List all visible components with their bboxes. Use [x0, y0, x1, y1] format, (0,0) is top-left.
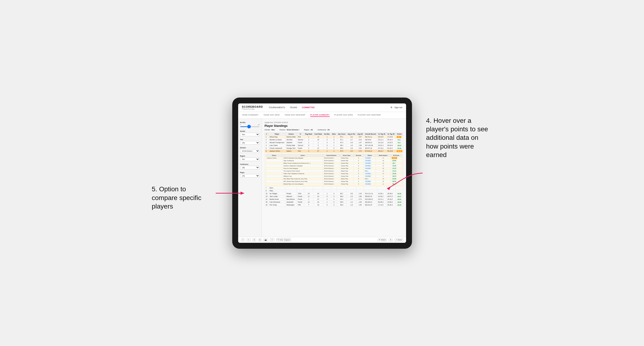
list-item: Wake Forest Invitational at Pinehurst No… [266, 162, 402, 164]
points-badge[interactable]: 60.02 [396, 198, 402, 200]
share-icon: ↗ [396, 239, 397, 241]
list-item: Jackson Kohon UNCW Seahawk Intercollegia… [266, 157, 402, 159]
toolbar-left: ↩ ↪ ⬇ ⧉ 📷 🕐 👁 View: Original [241, 238, 291, 242]
sidebar: No Rds. 4 52 Gender Men Women [238, 119, 262, 237]
list-item: Tiger Invitational NCAA Division I Strok… [266, 159, 402, 162]
nav-links: TOURNAMENTS TEAMS COMMITTEE [269, 106, 314, 109]
annotation-right: 4. Hover over a player's points to see a… [426, 116, 492, 160]
nav-left: SCOREBOARD Powered by clipp TOURNAMENTS … [242, 105, 315, 110]
update-time: Update time: 27/01/2024 16:56:26 [265, 122, 403, 123]
player-label: Player [240, 172, 260, 173]
col-conf-rank: Conf Rank [313, 133, 323, 135]
points-badge-highlighted[interactable]: 88.18 [396, 150, 402, 152]
division-select[interactable]: NCAA Division I [240, 149, 260, 153]
division-label: Division [240, 147, 260, 149]
year-select[interactable]: (All) [240, 141, 260, 145]
event-col-status: Status [364, 154, 376, 157]
toolbar-right: 👁 Watch ⬇ ↗ Share [378, 238, 403, 242]
event-col-player: Player [266, 154, 282, 157]
list-item: The Cypress Point Classic NCAA Division … [266, 170, 402, 172]
points-badge[interactable]: 80.49 [396, 147, 402, 149]
sidebar-division: Division NCAA Division I [240, 147, 260, 153]
table-row-highlighted: 6 Jackson Kohon Auburn First 2 27 1 1 67… [265, 150, 403, 152]
points-badge[interactable]: 88.54 [396, 145, 402, 147]
filter-division: Division: NCAA Division I [280, 129, 299, 131]
gender-select[interactable]: Men Women [240, 133, 260, 136]
sidebar-conference: Conference (All) [240, 164, 260, 169]
no-rds-label: No Rds. [240, 122, 260, 123]
clock-btn[interactable]: 🕐 [270, 238, 274, 242]
copy-btn[interactable]: ⧉ [258, 238, 262, 242]
list-item: SEC Stroke Play hosted by Jerry Pate NCA… [266, 180, 402, 182]
download2-btn[interactable]: ⬇ [389, 238, 392, 242]
region-label: Region [240, 155, 260, 157]
col-vs50: Vs Top 50 [386, 133, 396, 135]
nav-committee[interactable]: COMMITTEE [302, 106, 314, 109]
points-badge[interactable]: 88.2 [396, 136, 401, 138]
event-table: Player Event Event Division Event Type R… [266, 154, 402, 185]
col-avg-sg: Avg SG [356, 133, 364, 135]
table-row: 25 Cole Sherwood Vanderbilt Fourth 12 23… [265, 200, 403, 203]
svg-marker-1 [240, 191, 244, 195]
table-row: 5 Christo Lamprecht Georgia Tech Fourth … [265, 147, 403, 150]
event-col-rounds: Rounds [353, 154, 364, 157]
points-badge[interactable]: 70.2 [396, 142, 401, 144]
eye-icon: 👁 [278, 239, 279, 241]
sign-out-link[interactable]: Sign out [394, 106, 402, 109]
conference-select[interactable]: (All) [240, 166, 260, 169]
undo-btn[interactable]: ↩ [241, 238, 245, 242]
sub-nav: TEAM SUMMARY TEAM H2H GRID TEAM H2H HEAT… [238, 112, 406, 119]
sub-nav-team-summary[interactable]: TEAM SUMMARY [242, 113, 259, 117]
sub-nav-team-h2h-heatmap[interactable]: TEAM H2H HEATMAP [284, 113, 306, 117]
points-badge[interactable]: 59.95 [396, 201, 402, 203]
nav-tournaments[interactable]: TOURNAMENTS [269, 106, 285, 109]
conference-label: Conference [240, 164, 260, 165]
col-rds: No Rds. [323, 133, 331, 135]
list-item: Mirabel Maui Jim Intercollegiate NCAA Di… [266, 182, 402, 185]
sub-nav-player-h2h-grid[interactable]: PLAYER H2H GRID [334, 113, 353, 117]
sidebar-gender: Gender Men Women [240, 130, 260, 136]
event-col-rank: Rank Impact [376, 154, 390, 157]
camera-btn[interactable]: 📷 [264, 238, 268, 242]
arrow-left-svg [213, 186, 251, 200]
event-col-type: Event Type [340, 154, 353, 157]
watch-btn[interactable]: 👁 Watch [378, 238, 387, 242]
event-col-division: Event Division [323, 154, 340, 157]
gender-label: Gender [240, 130, 260, 132]
sub-nav-team-h2h-grid[interactable]: TEAM H2H GRID [264, 113, 280, 117]
region-select[interactable]: N/A [240, 158, 260, 161]
player-select[interactable]: (All) [240, 174, 260, 177]
logo-title: SCOREBOARD [242, 105, 263, 108]
col-record: Overall Record [364, 133, 377, 135]
col-school: School [286, 133, 297, 135]
col-vs25: Vs Top 25 [377, 133, 386, 135]
view-original-btn[interactable]: 👁 View: Original [276, 238, 291, 241]
redo-btn[interactable]: ↪ [247, 238, 250, 242]
list-item: Amer An Intercollegiate NCAA Division I … [266, 167, 402, 170]
main-content: No Rds. 4 52 Gender Men Women [238, 119, 406, 237]
sidebar-player: Player (All) [240, 172, 260, 177]
share-btn[interactable]: ↗ Share [394, 238, 403, 242]
points-badge[interactable]: 60.27 [396, 195, 402, 197]
nav-right: ⚙ Sign out [390, 106, 402, 109]
sub-nav-player-summary[interactable]: PLAYER SUMMARY [310, 113, 330, 117]
points-badge[interactable]: 76.2 [396, 139, 401, 141]
table-row: 1 Wenyi Ding Arizona State First 1 15 1 … [265, 135, 403, 138]
col-wins: Wins [331, 133, 337, 135]
download-btn[interactable]: ⬇ [252, 238, 256, 242]
ipad-screen: SCOREBOARD Powered by clipp TOURNAMENTS … [238, 103, 406, 243]
logo-area: SCOREBOARD Powered by clipp [242, 105, 263, 110]
col-rank: # [265, 133, 268, 135]
no-rds-slider[interactable] [240, 126, 260, 127]
col-points: Points [396, 133, 403, 135]
points-badge[interactable]: 58.49 [396, 204, 402, 206]
sidebar-no-rds: No Rds. 4 52 [240, 122, 260, 128]
col-reg-rank: Reg Rank [304, 133, 313, 135]
nav-teams[interactable]: TEAMS [290, 106, 297, 109]
event-col-event: Event [282, 154, 323, 157]
section-title: Player Standings [265, 124, 403, 128]
list-item: Fallen Oak Collegiate Invitational NCAA … [266, 172, 402, 175]
settings-icon: ⚙ [390, 106, 392, 109]
sub-nav-player-h2h-heatmap[interactable]: PLAYER H2H HEATMAP [358, 113, 381, 117]
sidebar-year: Year (All) [240, 139, 260, 145]
